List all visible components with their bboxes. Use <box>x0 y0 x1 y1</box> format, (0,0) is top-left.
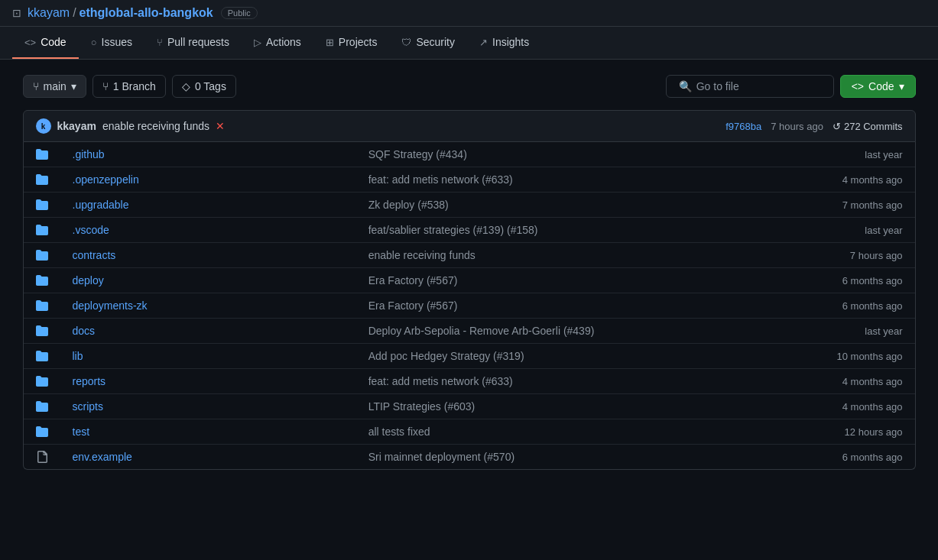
go-to-file-button[interactable]: 🔍 Go to file <box>666 75 834 98</box>
file-name-link[interactable]: .upgradable <box>73 199 129 211</box>
issues-tab-icon: ○ <box>91 37 97 48</box>
code-button-icon: <> <box>852 80 864 92</box>
table-row: reportsfeat: add metis network (#633)4 m… <box>24 369 915 394</box>
tab-insights[interactable]: ↗ Insights <box>467 27 541 59</box>
repo-visibility-badge: Public <box>221 7 258 19</box>
search-icon: 🔍 <box>679 80 692 92</box>
repo-content: k kkayam enable receiving funds ✕ f9768b… <box>23 110 916 470</box>
folder-icon <box>36 350 67 362</box>
file-commit-time: 4 months ago <box>781 401 903 413</box>
table-row: .vscodefeat/sablier strategies (#139) (#… <box>24 218 915 243</box>
tab-actions[interactable]: ▷ Actions <box>242 27 313 59</box>
security-tab-icon: 🛡 <box>401 37 411 48</box>
repo-owner[interactable]: kkayam <box>28 6 70 20</box>
repo-separator: / <box>73 6 76 20</box>
top-bar: ⊡ kkayam / ethglobal-allo-bangkok Public <box>0 0 938 27</box>
branch-dropdown-icon: ⑂ <box>33 80 39 92</box>
file-commit-message: enable receiving funds <box>368 249 774 261</box>
folder-icon <box>36 426 67 438</box>
commit-bar-left: k kkayam enable receiving funds ✕ <box>36 118 226 134</box>
file-commit-message: Add poc Hedgey Strategy (#319) <box>368 350 774 362</box>
branch-dropdown-arrow: ▾ <box>71 80 76 92</box>
folder-icon <box>36 224 67 236</box>
tab-issues-label: Issues <box>102 36 132 48</box>
file-commit-message: Deploy Arb-Sepolia - Remove Arb-Goerli (… <box>368 325 774 337</box>
folder-icon <box>36 199 67 211</box>
branch-dropdown-button[interactable]: ⑂ main ▾ <box>23 75 86 98</box>
repo-icon: ⊡ <box>12 7 21 19</box>
tab-insights-label: Insights <box>492 36 529 48</box>
author-avatar: k <box>36 118 51 134</box>
file-commit-message: LTIP Strategies (#603) <box>368 400 774 413</box>
tab-projects-label: Projects <box>339 36 378 48</box>
file-commit-message: feat/sablier strategies (#139) (#158) <box>368 224 774 236</box>
code-button-label: Code <box>868 80 894 92</box>
tab-code[interactable]: <> Code <box>12 27 79 59</box>
folder-icon <box>36 400 67 413</box>
branches-label: 1 Branch <box>113 80 156 92</box>
file-name-link[interactable]: lib <box>73 350 83 362</box>
tags-icon: ◇ <box>182 80 190 92</box>
folder-icon <box>36 375 67 387</box>
file-commit-message: all tests fixed <box>368 426 774 438</box>
commit-bar-right: f9768ba 7 hours ago ↺ 272 Commits <box>725 121 902 132</box>
file-commit-message: feat: add metis network (#633) <box>368 375 774 387</box>
table-row: docsDeploy Arb-Sepolia - Remove Arb-Goer… <box>24 319 915 344</box>
file-name-link[interactable]: test <box>73 426 90 438</box>
file-name-link[interactable]: deployments-zk <box>73 299 148 312</box>
main-content: ⑂ main ▾ ⑂ 1 Branch ◇ 0 Tags 🔍 Go to fil… <box>11 60 928 485</box>
toolbar-left: ⑂ main ▾ ⑂ 1 Branch ◇ 0 Tags <box>23 75 236 98</box>
nav-tabs: <> Code ○ Issues ⑂ Pull requests ▷ Actio… <box>0 27 938 60</box>
commit-hash[interactable]: f9768ba <box>725 121 761 132</box>
file-commit-time: 6 months ago <box>781 275 903 286</box>
table-row: .openzeppelinfeat: add metis network (#6… <box>24 167 915 193</box>
commit-time: 7 hours ago <box>771 121 823 132</box>
tab-projects[interactable]: ⊞ Projects <box>313 27 390 59</box>
toolbar-row: ⑂ main ▾ ⑂ 1 Branch ◇ 0 Tags 🔍 Go to fil… <box>23 75 916 98</box>
code-button[interactable]: <> Code ▾ <box>840 75 916 98</box>
tags-button[interactable]: ◇ 0 Tags <box>172 75 236 98</box>
commit-author[interactable]: kkayam <box>57 120 96 132</box>
file-commit-message: Zk deploy (#538) <box>368 199 774 211</box>
tab-security[interactable]: 🛡 Security <box>389 27 467 59</box>
file-commit-time: 4 months ago <box>781 376 903 387</box>
branches-button[interactable]: ⑂ 1 Branch <box>93 75 166 98</box>
file-name-link[interactable]: reports <box>73 375 106 387</box>
folder-icon <box>36 173 67 186</box>
table-row: libAdd poc Hedgey Strategy (#319)10 mont… <box>24 344 915 369</box>
code-tab-icon: <> <box>24 37 36 48</box>
file-commit-time: 12 hours ago <box>781 426 903 438</box>
commit-bar: k kkayam enable receiving funds ✕ f9768b… <box>23 110 916 142</box>
file-name-link[interactable]: docs <box>73 325 96 337</box>
file-commit-time: last year <box>781 149 903 160</box>
file-name-link[interactable]: scripts <box>73 400 103 413</box>
file-commit-time: 4 months ago <box>781 174 903 186</box>
commits-icon: ↺ <box>833 121 841 132</box>
tab-issues[interactable]: ○ Issues <box>79 27 144 59</box>
file-commit-message: Era Factory (#567) <box>368 274 774 286</box>
go-to-file-label: Go to file <box>696 80 739 92</box>
actions-tab-icon: ▷ <box>254 37 261 48</box>
tab-actions-label: Actions <box>266 36 301 48</box>
repo-path: kkayam / ethglobal-allo-bangkok Public <box>28 6 258 20</box>
file-name-link[interactable]: deploy <box>73 274 104 286</box>
tab-security-label: Security <box>416 36 455 48</box>
commit-close-icon[interactable]: ✕ <box>216 120 225 132</box>
file-name-link[interactable]: .github <box>73 148 105 160</box>
table-row: env.exampleSri mainnet deployment (#570)… <box>24 445 915 469</box>
file-name-link[interactable]: .vscode <box>73 224 109 236</box>
file-name-link[interactable]: contracts <box>73 249 116 261</box>
file-commit-time: last year <box>781 325 903 337</box>
repo-name[interactable]: ethglobal-allo-bangkok <box>80 6 213 20</box>
folder-icon <box>36 249 67 261</box>
pr-tab-icon: ⑂ <box>157 37 163 48</box>
file-name-link[interactable]: env.example <box>73 451 132 463</box>
commits-count-label: 272 Commits <box>844 121 903 132</box>
folder-icon <box>36 325 67 337</box>
file-name-link[interactable]: .openzeppelin <box>73 173 139 186</box>
folder-icon <box>36 299 67 312</box>
commits-count-link[interactable]: ↺ 272 Commits <box>833 121 903 132</box>
tab-pull-requests[interactable]: ⑂ Pull requests <box>144 27 242 59</box>
file-commit-time: 7 months ago <box>781 199 903 211</box>
branch-dropdown-label: main <box>44 80 67 92</box>
